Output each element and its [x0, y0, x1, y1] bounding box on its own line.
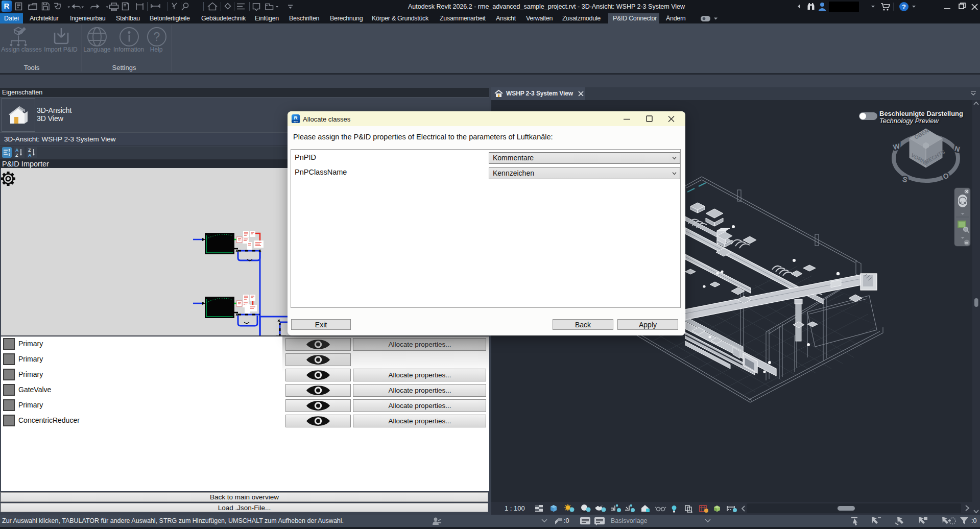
- svg-text:A: A: [15, 148, 19, 153]
- svg-text:Help: Help: [150, 46, 163, 53]
- svg-text:A: A: [28, 153, 32, 158]
- svg-text:Import P&ID: Import P&ID: [44, 46, 78, 53]
- svg-text:R: R: [4, 2, 10, 10]
- svg-text:Language: Language: [83, 46, 111, 53]
- svg-text:Assign classes: Assign classes: [1, 46, 41, 53]
- svg-text:Tools: Tools: [24, 64, 40, 71]
- svg-text:R: R: [294, 115, 297, 121]
- svg-text:?: ?: [902, 3, 906, 11]
- svg-text:Settings: Settings: [112, 64, 136, 71]
- svg-text:Allocate properties...: Allocate properties...: [388, 402, 451, 410]
- svg-text:?: ?: [154, 30, 160, 43]
- svg-text:RVT: RVT: [294, 121, 298, 123]
- svg-text:Z: Z: [28, 148, 31, 153]
- svg-text:Z: Z: [15, 153, 18, 158]
- svg-text:Allocate properties...: Allocate properties...: [388, 417, 451, 425]
- svg-text:Allocate properties...: Allocate properties...: [388, 387, 451, 394]
- svg-text:Information: Information: [113, 46, 144, 53]
